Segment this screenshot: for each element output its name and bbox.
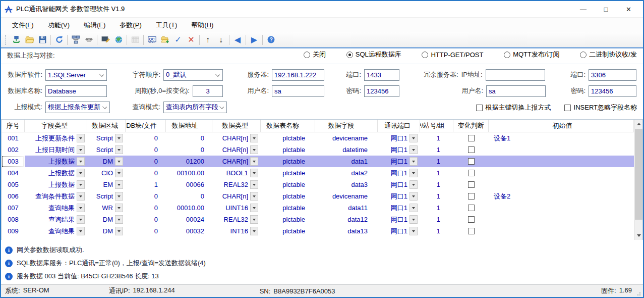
cell-ip_station[interactable]: 1 <box>420 225 453 237</box>
cell-field_type[interactable]: 上报更新条件 <box>25 132 87 144</box>
cell-db_block[interactable]: 0 <box>126 214 166 225</box>
cell-data_area[interactable]: CIO <box>87 167 126 179</box>
cell-seq[interactable]: 005 <box>2 179 25 190</box>
column-header-db_block[interactable]: DB块/文件 <box>126 120 166 132</box>
cell-dropdown-button[interactable] <box>115 134 123 142</box>
cell-change_flag[interactable] <box>453 225 489 237</box>
cell-db_block[interactable]: 0 <box>126 167 166 179</box>
redundant-username-input[interactable] <box>486 85 546 97</box>
cell-table_name[interactable]: plctable <box>261 190 315 202</box>
radio-icon[interactable] <box>504 52 510 58</box>
column-header-data_addr[interactable]: 数据地址 <box>166 120 212 132</box>
cell-table_name[interactable]: plctable <box>261 156 315 167</box>
cell-seq[interactable]: 003 <box>2 156 25 167</box>
network-nodes-icon[interactable] <box>69 33 82 46</box>
cell-dropdown-button[interactable] <box>409 169 418 177</box>
cell-dropdown-button[interactable] <box>115 227 123 235</box>
cell-db_block[interactable]: 0 <box>126 156 166 167</box>
cell-comm_port[interactable]: 网口1 <box>378 144 420 156</box>
cell-db_block[interactable]: 0 <box>126 144 166 156</box>
table-row[interactable]: 001上报更新条件Script00CHAR[n]plctabledevicena… <box>2 132 634 144</box>
help-icon[interactable]: ? <box>264 33 277 46</box>
cell-table_name[interactable]: plctable <box>261 144 315 156</box>
cell-initial_value[interactable] <box>489 144 634 156</box>
cell-dropdown-button[interactable] <box>250 169 258 177</box>
cell-field_type[interactable]: 查询结果 <box>25 225 87 237</box>
config-checkbox-1[interactable]: INSERT忽略字段名称 <box>564 103 637 112</box>
cell-change_flag[interactable] <box>453 144 489 156</box>
column-header-ip_station[interactable]: IP/站号/组 <box>420 120 453 132</box>
cell-comm_port[interactable]: 网口1 <box>378 167 420 179</box>
cell-data_area[interactable]: DM <box>87 214 126 225</box>
cell-data_type[interactable]: CHAR[n] <box>212 156 261 167</box>
cell-table_name[interactable]: plctable <box>261 167 315 179</box>
cell-seq[interactable]: 002 <box>2 144 25 156</box>
menu-item-4[interactable]: 工具(T) <box>149 19 185 32</box>
redundant-password-input[interactable] <box>589 85 636 97</box>
refresh-icon[interactable] <box>52 33 66 46</box>
cell-data_area[interactable]: Script <box>87 132 126 144</box>
username-input[interactable] <box>272 85 324 97</box>
globe-icon[interactable] <box>112 33 125 46</box>
change-flag-checkbox[interactable] <box>468 228 475 234</box>
cell-change_flag[interactable] <box>453 179 489 190</box>
cell-comm_port[interactable]: 网口1 <box>378 132 420 144</box>
cell-dropdown-button[interactable] <box>409 180 418 189</box>
scrollbar-thumb[interactable] <box>635 129 642 220</box>
redundant-ip-input[interactable] <box>486 69 545 81</box>
cell-ip_station[interactable]: 1 <box>420 179 453 190</box>
cell-ip_station[interactable]: 1 <box>420 190 453 202</box>
cell-data_area[interactable]: Script <box>87 190 126 202</box>
checkbox-icon[interactable] <box>564 105 571 111</box>
cell-dropdown-button[interactable] <box>250 180 258 189</box>
cell-db_block[interactable]: 0 <box>126 132 166 144</box>
cell-dropdown-button[interactable] <box>250 227 258 235</box>
checkbox-icon[interactable] <box>476 105 483 111</box>
radio-option-2[interactable]: HTTP-GET/POST <box>422 51 483 59</box>
report-mode-select[interactable]: 根据上报条件更新 <box>45 102 110 113</box>
change-flag-checkbox[interactable] <box>468 181 475 188</box>
cell-dropdown-button[interactable] <box>115 180 123 189</box>
cell-ip_station[interactable]: 1 <box>420 156 453 167</box>
cell-data_addr[interactable]: 0 <box>166 144 212 156</box>
cell-db_block[interactable]: 0 <box>126 190 166 202</box>
cell-comm_port[interactable]: 网口1 <box>378 214 420 225</box>
save-file-icon[interactable] <box>36 33 49 46</box>
cell-dropdown-button[interactable] <box>77 169 85 177</box>
cell-field_type[interactable]: 查询结果 <box>25 202 87 214</box>
cell-comm_port[interactable]: 网口1 <box>378 202 420 214</box>
plc-module-icon[interactable] <box>129 33 142 46</box>
cell-data_type[interactable]: CHAR[n] <box>212 132 261 144</box>
cell-change_flag[interactable] <box>453 132 489 144</box>
change-flag-checkbox[interactable] <box>468 146 475 153</box>
table-row[interactable]: 005上报数据EM100066REAL32plctabledata3网口11 <box>2 179 634 190</box>
cell-seq[interactable]: 001 <box>2 132 25 144</box>
cell-data_area[interactable]: WR <box>87 202 126 214</box>
resize-grip[interactable] <box>637 291 642 296</box>
cell-data_type[interactable]: UINT16 <box>212 202 261 214</box>
scroll-down-icon[interactable] <box>634 231 643 240</box>
cell-comm_port[interactable]: 网口1 <box>378 225 420 237</box>
column-header-data_area[interactable]: 数据区域 <box>87 120 126 132</box>
cell-ip_station[interactable]: 1 <box>420 214 453 225</box>
cell-dropdown-button[interactable] <box>409 227 418 235</box>
cell-data_type[interactable]: REAL32 <box>212 179 261 190</box>
cell-data_field[interactable]: data12 <box>315 214 378 225</box>
change-flag-checkbox[interactable] <box>468 216 475 223</box>
next-icon[interactable]: ▶ <box>248 33 261 46</box>
column-header-table_name[interactable]: 数据表名称 <box>261 120 315 132</box>
cell-ip_station[interactable]: 1 <box>420 132 453 144</box>
cell-field_type[interactable]: 查询结果 <box>25 214 87 225</box>
cell-dropdown-button[interactable] <box>409 215 418 224</box>
cell-initial_value[interactable] <box>489 167 634 179</box>
cell-dropdown-button[interactable] <box>409 157 418 166</box>
cell-change_flag[interactable] <box>453 190 489 202</box>
move-up-icon[interactable]: ↑ <box>201 33 214 46</box>
cell-change_flag[interactable] <box>453 202 489 214</box>
cell-data_type[interactable]: CHAR[n] <box>212 144 261 156</box>
column-header-field_type[interactable]: 字段类型 <box>25 120 87 132</box>
radio-icon[interactable] <box>422 52 428 58</box>
cell-dropdown-button[interactable] <box>409 145 418 154</box>
db-name-input[interactable] <box>45 85 107 97</box>
cell-initial_value[interactable] <box>489 225 634 237</box>
